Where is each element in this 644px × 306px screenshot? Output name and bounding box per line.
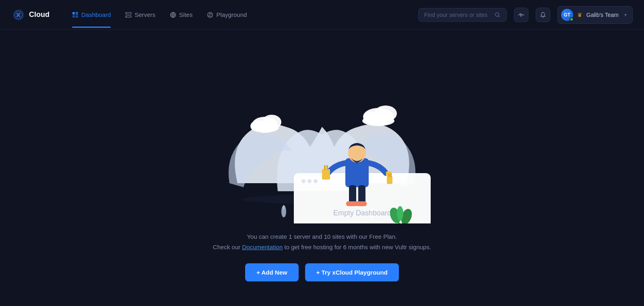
svg-rect-1	[76, 12, 78, 13]
try-playground-button[interactable]: + Try xCloud Playground	[305, 263, 399, 281]
nav-item-sites[interactable]: Sites	[163, 2, 199, 28]
navbar-right: Find your servers or sites GT ♛ Galib	[418, 6, 633, 24]
svg-text:Empty Dashboard: Empty Dashboard	[333, 209, 391, 217]
svg-rect-31	[324, 165, 326, 170]
notification-button[interactable]	[536, 8, 550, 22]
nav-item-servers[interactable]: Servers	[119, 2, 162, 28]
avatar: GT	[561, 9, 573, 21]
sites-icon	[170, 12, 176, 18]
nav-label-dashboard: Dashboard	[81, 11, 111, 18]
svg-rect-34	[388, 173, 390, 177]
nav-label-sites: Sites	[179, 11, 192, 18]
svg-point-26	[314, 179, 318, 183]
avatar-badge	[570, 17, 574, 21]
nav-label-servers: Servers	[134, 11, 155, 18]
crown-icon: ♛	[577, 12, 582, 18]
activity-icon	[518, 12, 524, 18]
illustration-container: Empty Dashboard	[205, 54, 439, 223]
user-name: Galib's Team	[586, 12, 619, 18]
svg-rect-36	[349, 185, 356, 203]
description-text-block: You can create 1 server and 10 sites wit…	[213, 232, 431, 252]
search-placeholder: Find your servers or sites	[424, 12, 487, 18]
dashboard-icon	[72, 12, 78, 18]
svg-rect-3	[72, 15, 75, 18]
documentation-link[interactable]: Documentation	[242, 244, 283, 250]
search-box[interactable]: Find your servers or sites	[418, 8, 507, 22]
navbar: Cloud Dashboard	[0, 0, 644, 30]
svg-rect-32	[326, 165, 328, 170]
svg-point-22	[362, 116, 394, 126]
svg-rect-39	[355, 201, 367, 206]
logo[interactable]: Cloud	[11, 8, 50, 22]
description-line2: Check our Documentation to get free host…	[213, 242, 431, 252]
chevron-down-icon: ▾	[624, 12, 627, 18]
svg-point-24	[301, 179, 305, 183]
avatar-initials: GT	[564, 12, 570, 18]
svg-rect-4	[76, 15, 78, 18]
svg-rect-37	[358, 185, 365, 203]
svg-point-25	[308, 179, 312, 183]
nav-item-playground[interactable]: Playground	[200, 2, 253, 28]
svg-rect-0	[72, 12, 75, 14]
logo-text: Cloud	[29, 10, 50, 19]
add-new-button[interactable]: + Add New	[245, 263, 299, 281]
nav-item-dashboard[interactable]: Dashboard	[66, 2, 117, 28]
action-buttons: + Add New + Try xCloud Playground	[245, 263, 399, 281]
svg-rect-2	[76, 14, 78, 14]
logo-icon	[11, 8, 26, 22]
svg-point-7	[126, 13, 127, 14]
empty-dashboard-illustration: Empty Dashboard	[205, 54, 439, 223]
main-content: Empty Dashboard	[0, 30, 644, 306]
description-line1: You can create 1 server and 10 sites wit…	[213, 232, 431, 242]
bell-icon	[540, 12, 546, 18]
activity-button[interactable]	[514, 8, 528, 22]
user-menu[interactable]: GT ♛ Galib's Team ▾	[557, 6, 633, 24]
svg-rect-33	[387, 176, 392, 184]
svg-point-18	[251, 123, 279, 132]
svg-rect-30	[322, 169, 330, 180]
search-icon	[494, 12, 501, 18]
servers-icon	[125, 12, 132, 18]
playground-icon	[207, 12, 213, 18]
svg-rect-35	[390, 173, 392, 177]
svg-point-43	[397, 206, 403, 221]
nav-links: Dashboard Servers	[66, 2, 418, 28]
nav-label-playground: Playground	[216, 11, 247, 18]
svg-point-8	[126, 16, 127, 17]
